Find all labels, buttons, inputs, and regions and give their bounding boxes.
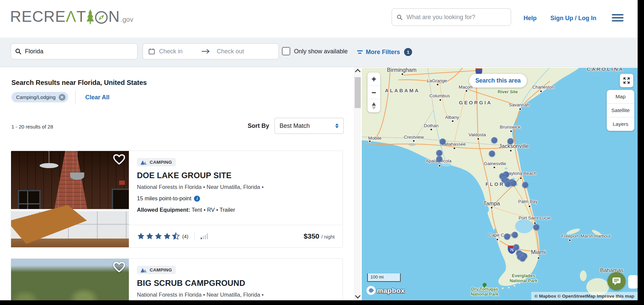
city-dot (413, 140, 415, 142)
city-dot (494, 167, 495, 168)
date-range-picker[interactable]: Check in Check out (143, 43, 279, 59)
info-icon[interactable]: i (194, 196, 200, 202)
check-in-field[interactable]: Check in (159, 48, 199, 55)
city-dot (510, 131, 512, 132)
hamburger-menu-icon[interactable] (612, 14, 624, 21)
site-header: RECRE Λ T N .gov Help Sign Up / Log In (0, 0, 644, 38)
window-edge (638, 0, 644, 305)
results-scrollbar[interactable] (354, 67, 361, 300)
city-dot (540, 91, 542, 92)
badge-label: CAMPING (150, 160, 172, 165)
chat-bubble-icon (612, 277, 621, 286)
map-attribution[interactable]: © Mapbox © OpenStreetMap Improve this ma… (531, 292, 638, 300)
distance-text: 15 miles point-to-point (137, 195, 191, 202)
filter-chip-camping[interactable]: Camping/Lodging ✕ (11, 92, 68, 102)
map-result-marker[interactable] (510, 180, 517, 187)
camping-badge: CAMPING (137, 158, 176, 166)
fullscreen-button[interactable] (620, 74, 633, 87)
result-card-doe-lake[interactable]: CAMPING DOE LAKE GROUP SITE National For… (11, 151, 343, 248)
map-result-marker[interactable] (504, 234, 510, 240)
favorite-heart-icon[interactable] (113, 154, 126, 165)
star-icon (146, 232, 154, 240)
search-icon (397, 14, 402, 20)
review-count: (4) (182, 234, 188, 239)
clear-all-link[interactable]: Clear All (85, 94, 109, 101)
map-panel[interactable]: 75 BirminghamALABAMALaGrangeColumbusMaco… (362, 68, 638, 300)
map-result-marker[interactable] (519, 255, 526, 262)
city-dot (529, 206, 531, 207)
remove-chip-icon[interactable]: ✕ (59, 94, 65, 101)
scrollbar-thumb[interactable] (355, 77, 361, 108)
card-photo (11, 259, 129, 305)
map-result-marker[interactable] (491, 137, 498, 144)
compass-icon (95, 11, 108, 24)
scroll-down-arrow[interactable] (354, 293, 361, 300)
site-logo[interactable]: RECRE Λ T N .gov (10, 9, 133, 24)
badge-label: CAMPING (150, 267, 172, 272)
equipment-values: Tent • RV • Trailer (192, 207, 235, 213)
result-card-big-scrub[interactable]: CAMPING BIG SCRUB CAMPGROUND National Fo… (11, 258, 343, 305)
filter-icon (357, 50, 363, 54)
tilt-control[interactable] (367, 99, 380, 112)
only-available-checkbox[interactable] (282, 47, 290, 55)
map-style-satellite[interactable]: Satellite (607, 103, 634, 117)
sort-select[interactable]: Best Match (275, 118, 344, 134)
city-dot (569, 240, 571, 241)
mapbox-logo[interactable]: mapbox (366, 286, 405, 295)
location-search-input[interactable] (24, 48, 133, 55)
map-result-marker[interactable] (440, 139, 446, 145)
card-equipment: Allowed Equipment: Tent • RV • Trailer (137, 207, 335, 213)
map-result-marker[interactable] (507, 138, 514, 145)
map-result-marker[interactable] (513, 244, 519, 251)
results-panel: Search Results near Florida, United Stat… (0, 67, 354, 300)
help-link[interactable]: Help (524, 15, 537, 22)
map-style-map[interactable]: Map (607, 90, 634, 103)
zoom-in-button[interactable]: + (367, 72, 380, 86)
search-this-area-button[interactable]: Search this area (469, 74, 527, 88)
map-result-marker[interactable] (533, 224, 540, 231)
city-dot (431, 129, 432, 131)
map-result-marker[interactable] (522, 182, 529, 188)
zoom-out-button[interactable]: − (367, 86, 380, 99)
card-body: CAMPING DOE LAKE GROUP SITE National For… (129, 151, 343, 247)
card-photo (11, 151, 129, 247)
card-footer: (4) $350 / night (129, 225, 343, 247)
city-dot (491, 207, 493, 209)
mapbox-wordmark: mapbox (377, 287, 405, 295)
star-icon (163, 232, 171, 240)
card-title[interactable]: BIG SCRUB CAMPGROUND (137, 278, 335, 288)
map-result-marker[interactable] (436, 150, 443, 156)
map-result-marker[interactable] (512, 232, 518, 238)
recreation-gov-page: RECRE Λ T N .gov Help Sign Up / Log In (0, 0, 644, 305)
cell-signal-icon (201, 233, 208, 240)
city-dot (452, 120, 454, 122)
card-distance: 15 miles point-to-point i (137, 195, 335, 202)
forest-photo (11, 259, 129, 305)
map-result-marker[interactable] (505, 181, 511, 187)
logo-text: RECRE (10, 9, 66, 24)
check-out-field[interactable]: Check out (217, 48, 244, 55)
sort-select-value: Best Match (280, 122, 335, 130)
mapbox-icon (366, 286, 376, 295)
map-result-marker[interactable] (436, 156, 443, 162)
price-amount: $350 (304, 232, 319, 240)
sort-arrows-icon (335, 123, 339, 128)
map-scale: 100 mi (367, 273, 401, 282)
arrow-right-icon (201, 49, 210, 54)
signup-login-link[interactable]: Sign Up / Log In (550, 15, 596, 22)
chat-button[interactable] (607, 272, 626, 290)
more-filters-button[interactable]: More Filters 1 (357, 48, 412, 56)
map-style-layers[interactable]: Layers (607, 117, 634, 131)
pine-tree-icon (87, 9, 94, 24)
filter-count-badge: 1 (404, 48, 412, 56)
city-dot (402, 73, 403, 75)
star-rating (137, 232, 180, 240)
favorite-heart-icon[interactable] (113, 261, 126, 273)
scroll-up-arrow[interactable] (354, 68, 361, 74)
star-icon (137, 232, 145, 240)
header-search-input[interactable] (406, 13, 506, 21)
results-count: 1 - 20 results of 28 (11, 124, 53, 130)
map-result-marker[interactable] (489, 151, 495, 157)
window-edge (0, 300, 644, 305)
card-title[interactable]: DOE LAKE GROUP SITE (137, 171, 335, 180)
